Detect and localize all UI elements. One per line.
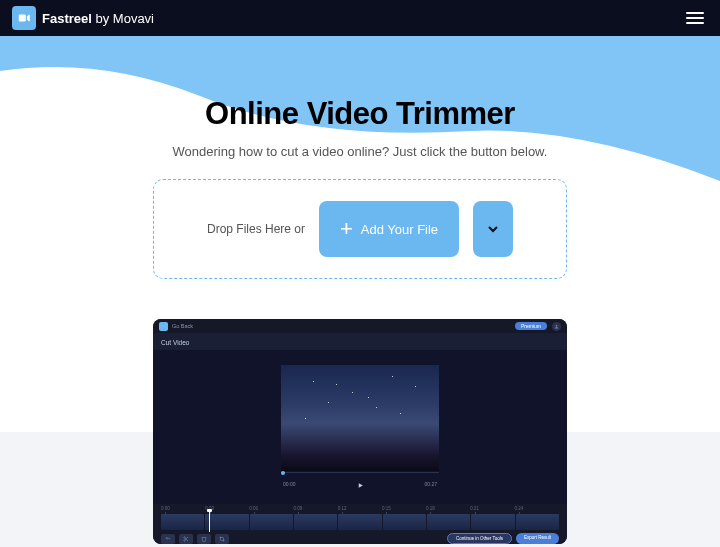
premium-badge[interactable]: Premium xyxy=(515,322,547,330)
logo-icon xyxy=(12,6,36,30)
timeline-tick: 0:21 xyxy=(470,506,479,511)
menu-icon[interactable] xyxy=(682,8,708,28)
video-area: 00:00 00:27 xyxy=(153,350,567,504)
timeline-ruler: 0:000:030:060:090:120:150:180:210:24 xyxy=(161,506,559,512)
timeline-playhead[interactable] xyxy=(209,512,210,532)
undo-button[interactable] xyxy=(161,534,175,544)
preview-title: Cut Video xyxy=(153,333,567,350)
timeline-tools xyxy=(161,534,229,544)
cut-button[interactable] xyxy=(179,534,193,544)
export-button[interactable]: Export Result xyxy=(516,533,559,544)
delete-button[interactable] xyxy=(197,534,211,544)
preview-toolbar: Go Back Premium xyxy=(153,319,567,333)
page-title: Online Video Trimmer xyxy=(0,96,720,132)
file-dropzone[interactable]: Drop Files Here or + Add Your File xyxy=(153,179,567,279)
svg-point-1 xyxy=(556,324,558,326)
go-back-link[interactable]: Go Back xyxy=(172,323,193,329)
time-current: 00:00 xyxy=(283,481,296,487)
svg-marker-2 xyxy=(358,483,362,488)
svg-point-4 xyxy=(184,539,186,541)
crop-button[interactable] xyxy=(215,534,229,544)
video-controls: 00:00 00:27 xyxy=(281,475,439,493)
timeline-tick: 0:24 xyxy=(514,506,523,511)
preview-logo-icon xyxy=(159,322,168,331)
video-preview[interactable] xyxy=(281,365,439,471)
hero-section: Online Video Trimmer Wondering how to cu… xyxy=(0,36,720,544)
timeline-tick: 0:18 xyxy=(426,506,435,511)
brand[interactable]: Fastreel by Movavi xyxy=(12,6,154,30)
timeline-tick: 0:12 xyxy=(338,506,347,511)
page-subtitle: Wondering how to cut a video online? Jus… xyxy=(0,144,720,159)
chevron-down-icon xyxy=(485,221,501,237)
app-header: Fastreel by Movavi xyxy=(0,0,720,36)
timeline-tick: 0:15 xyxy=(382,506,391,511)
dropdown-button[interactable] xyxy=(473,201,513,257)
user-avatar-icon[interactable] xyxy=(552,322,561,331)
timeline-track[interactable] xyxy=(161,514,559,530)
editor-preview: Go Back Premium Cut Video 00:00 xyxy=(153,319,567,544)
time-total: 00:27 xyxy=(424,481,437,487)
add-file-label: Add Your File xyxy=(361,222,438,237)
plus-icon: + xyxy=(340,216,353,242)
timeline: 0:000:030:060:090:120:150:180:210:24 Con… xyxy=(153,504,567,544)
continue-button[interactable]: Continue in Other Tools xyxy=(447,533,512,544)
timeline-tick: 0:09 xyxy=(294,506,303,511)
timeline-tick: 0:06 xyxy=(249,506,258,511)
add-file-button[interactable]: + Add Your File xyxy=(319,201,459,257)
svg-point-3 xyxy=(184,536,186,538)
play-button[interactable] xyxy=(357,475,364,493)
brand-text: Fastreel by Movavi xyxy=(42,11,154,26)
timeline-tick: 0:00 xyxy=(161,506,170,511)
drop-label: Drop Files Here or xyxy=(207,222,305,236)
svg-rect-0 xyxy=(19,15,26,22)
